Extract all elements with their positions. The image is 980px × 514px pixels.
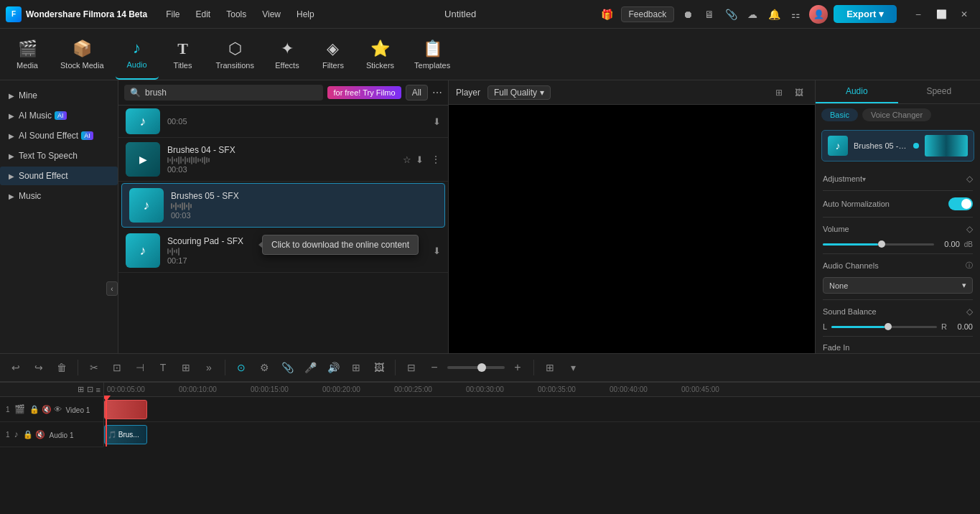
sidebar-item-text-to-speech[interactable]: ▶ Text To Speech <box>0 146 118 165</box>
mic-button[interactable]: 🎤 <box>300 358 320 378</box>
auto-normalization-toggle[interactable] <box>948 197 973 210</box>
avatar[interactable]: 👤 <box>809 5 828 24</box>
tab-speed[interactable]: Speed <box>898 80 981 103</box>
zoom-in-icon[interactable]: + <box>508 358 528 378</box>
track-options-icon[interactable]: ⊡ <box>87 385 93 394</box>
cloud-icon[interactable]: ☁ <box>745 6 760 22</box>
volume-keyframe-icon[interactable]: ◇ <box>966 224 973 234</box>
toolbar-media[interactable]: 🎬 Media <box>6 29 49 80</box>
quality-select[interactable]: Full Quality ▾ <box>487 85 551 100</box>
gift-icon[interactable]: 🎁 <box>599 6 615 22</box>
timeline-zoom-slider[interactable] <box>447 366 505 369</box>
maximize-button[interactable]: ⬜ <box>931 6 951 22</box>
video-track-visible-icon[interactable]: 👁 <box>54 405 62 414</box>
voice-button[interactable]: 🔊 <box>323 358 343 378</box>
timeline-zoom-handle[interactable] <box>477 363 486 372</box>
filter-button[interactable]: All <box>406 85 428 101</box>
minimize-button[interactable]: – <box>908 6 928 22</box>
video-clip[interactable] <box>104 400 147 419</box>
audio-track-ctrl-icons: 🔒 🔇 <box>23 430 45 439</box>
split-button[interactable]: ⊣ <box>130 358 150 378</box>
download-icon-0[interactable]: ⬇ <box>433 116 441 127</box>
video-track-lock-icon[interactable]: 🔒 <box>29 405 39 414</box>
notification-icon[interactable]: 🔔 <box>766 6 782 22</box>
audio-channels-select[interactable]: None ▾ <box>823 277 973 294</box>
display-icon[interactable]: 🖥 <box>701 6 717 22</box>
grid-view-icon[interactable]: ⊞ <box>770 84 788 101</box>
menu-file[interactable]: File <box>159 6 187 22</box>
sidebar-item-sound-effect[interactable]: ▶ Sound Effect <box>0 167 118 185</box>
promo-badge[interactable]: for free! Try Filmo <box>327 86 401 99</box>
sidebar-item-music[interactable]: ▶ Music <box>0 187 118 205</box>
menu-help[interactable]: Help <box>289 6 322 22</box>
toolbar-transitions[interactable]: ⬡ Transitions <box>207 29 263 80</box>
more-options-icon[interactable]: ⋯ <box>432 87 442 98</box>
transform-button[interactable]: ⊞ <box>176 358 196 378</box>
search-input[interactable] <box>145 88 317 98</box>
timeline-area[interactable]: 00:00:05:00 00:00:10:00 00:00:15:00 00:0… <box>104 383 980 447</box>
more-icon-brushes04[interactable]: ⋮ <box>431 154 441 165</box>
menu-view[interactable]: View <box>255 6 288 22</box>
grid-icon[interactable]: ⊞ <box>540 358 560 378</box>
toolbar-audio[interactable]: ♪ Audio <box>116 29 159 80</box>
star-icon-brushes04[interactable]: ☆ <box>403 154 411 165</box>
cut-button[interactable]: ✂ <box>84 358 104 378</box>
track-fit-icon[interactable]: ≡ <box>96 386 101 394</box>
sound-balance-slider[interactable] <box>831 326 937 328</box>
screen-button[interactable]: ⊞ <box>346 358 366 378</box>
text-button[interactable]: T <box>153 358 173 378</box>
audio-item-brushes05[interactable]: ♪ Brushes 05 - SFX 00:03 <box>121 183 445 228</box>
apps-icon[interactable]: ⚏ <box>788 6 803 22</box>
toolbar-effects[interactable]: ✦ Effects <box>266 29 309 80</box>
undo-button[interactable]: ↩ <box>6 358 26 378</box>
sound-balance-keyframe-icon[interactable]: ◇ <box>966 307 973 317</box>
clip-button[interactable]: 📎 <box>277 358 297 378</box>
toolbar-stock-media[interactable]: 📦 Stock Media <box>52 29 113 80</box>
delete-button[interactable]: 🗑 <box>52 358 72 378</box>
toolbar-titles[interactable]: T Titles <box>162 29 205 80</box>
zoom-out-icon[interactable]: − <box>424 358 444 378</box>
audio-track-lock-icon[interactable]: 🔒 <box>23 430 33 439</box>
playhead[interactable] <box>106 397 107 447</box>
download-icon-scouringpad[interactable]: ⬇ <box>433 246 441 256</box>
download-icon-brushes04[interactable]: ⬇ <box>416 154 424 165</box>
add-track-icon[interactable]: ⊞ <box>78 385 84 394</box>
video-track-mute-icon[interactable]: 🔇 <box>42 405 52 414</box>
subtab-voice-changer[interactable]: Voice Changer <box>862 108 931 121</box>
close-button[interactable]: ✕ <box>954 6 974 22</box>
crop-button[interactable]: ⊡ <box>107 358 127 378</box>
toolbar-templates[interactable]: 📋 Templates <box>406 29 459 80</box>
export-button[interactable]: Export ▾ <box>834 5 897 23</box>
record-icon[interactable]: ⏺ <box>680 6 696 22</box>
add-track-left[interactable]: ⊟ <box>401 358 421 378</box>
subtab-basic[interactable]: Basic <box>821 108 858 121</box>
tab-audio[interactable]: Audio <box>816 80 898 103</box>
adjustment-expand-icon[interactable]: ▾ <box>862 175 866 183</box>
color-button[interactable]: 🖼 <box>369 358 389 378</box>
volume-slider[interactable] <box>823 243 934 246</box>
sidebar-item-mine[interactable]: ▶ Mine <box>0 86 118 105</box>
audio-track-mute-icon[interactable]: 🔇 <box>35 430 45 439</box>
redo-button[interactable]: ↪ <box>29 358 49 378</box>
more-icon[interactable]: ▾ <box>563 358 583 378</box>
sidebar-item-ai-sound-effect[interactable]: ▶ AI Sound Effect AI <box>0 126 118 145</box>
menu-edit[interactable]: Edit <box>189 6 218 22</box>
feedback-button[interactable]: Feedback <box>621 6 675 22</box>
audio-item-0[interactable]: ♪ 00:05 ⬇ <box>118 106 448 138</box>
settings-button[interactable]: ⚙ <box>254 358 274 378</box>
menu-tools[interactable]: Tools <box>219 6 253 22</box>
toolbar-stickers[interactable]: ⭐ Stickers <box>358 29 403 80</box>
volume-handle[interactable] <box>878 240 885 248</box>
toolbar-filters[interactable]: ◈ Filters <box>312 29 355 80</box>
sidebar-item-ai-music[interactable]: ▶ AI Music AI <box>0 106 118 125</box>
audio-item-brushes04[interactable]: ▶ Brushes 04 - SFX 00:03 ☆ ⬇ ⋮ <box>118 138 448 182</box>
image-view-icon[interactable]: 🖼 <box>790 84 808 101</box>
audio-channels-info-icon[interactable]: ⓘ <box>966 261 973 271</box>
balance-handle[interactable] <box>885 323 892 330</box>
bookmark-icon[interactable]: 📎 <box>723 6 739 22</box>
snap-button[interactable]: ⊙ <box>231 358 251 378</box>
sidebar-collapse-button[interactable]: ‹ <box>106 281 118 296</box>
more-tools-icon[interactable]: » <box>199 358 219 378</box>
adjustment-keyframe-icon[interactable]: ◇ <box>966 174 973 184</box>
audio-clip[interactable]: 🎵 Brus... <box>104 425 147 444</box>
